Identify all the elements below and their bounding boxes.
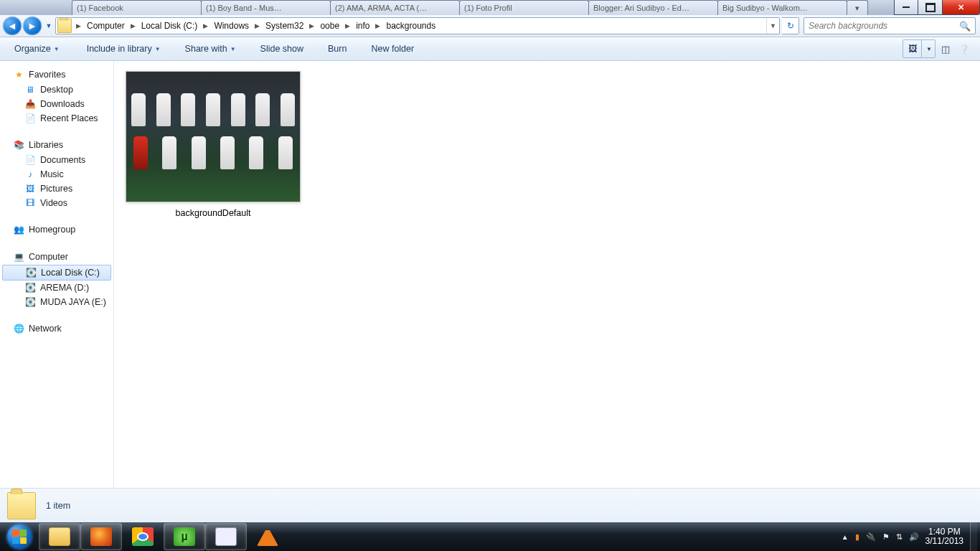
- firefox-icon: [90, 527, 112, 546]
- help-button[interactable]: ❔: [956, 40, 973, 57]
- start-button[interactable]: [0, 522, 39, 551]
- refresh-button[interactable]: ↻: [782, 17, 799, 34]
- taskbar-utorrent[interactable]: µ: [164, 523, 205, 550]
- item-count-label: 1 item: [46, 501, 70, 511]
- show-desktop-button[interactable]: [970, 522, 977, 551]
- clock-date: 3/11/2013: [925, 537, 963, 546]
- network-tray-icon[interactable]: ⇅: [896, 532, 903, 542]
- volume-icon[interactable]: 🔊: [909, 532, 919, 542]
- homegroup-icon: 👥: [13, 224, 24, 235]
- change-view-dropdown[interactable]: ▼: [923, 40, 935, 57]
- organize-button[interactable]: Organize▼: [7, 41, 67, 57]
- change-view-button[interactable]: 🖼: [905, 40, 922, 57]
- window-close-button[interactable]: [943, 0, 980, 15]
- sidebar-item-desktop[interactable]: 🖥Desktop: [0, 83, 113, 97]
- sidebar-item-videos[interactable]: 🎞Videos: [0, 196, 113, 210]
- file-name-label: backgroundDefault: [176, 208, 251, 218]
- taskbar-clock[interactable]: 1:40 PM 3/11/2013: [925, 527, 963, 546]
- sidebar-item-drive-e[interactable]: 💽MUDA JAYA (E:): [0, 295, 113, 309]
- browser-tab-overflow[interactable]: ▾: [847, 0, 868, 15]
- power-icon[interactable]: 🔌: [866, 532, 876, 542]
- address-dropdown[interactable]: ▼: [766, 18, 779, 34]
- computer-header[interactable]: 💻Computer: [0, 249, 113, 265]
- file-thumbnail: [126, 71, 301, 202]
- window-minimize-button[interactable]: [894, 0, 918, 15]
- sidebar-item-pictures[interactable]: 🖼Pictures: [0, 182, 113, 196]
- tray-overflow-button[interactable]: ▲: [842, 533, 849, 541]
- nav-forward-button[interactable]: ►: [23, 17, 42, 35]
- burn-button[interactable]: Burn: [321, 41, 354, 57]
- taskbar-chrome[interactable]: [122, 523, 164, 550]
- system-tray: ▲ ▮ 🔌 ⚑ ⇅ 🔊 1:40 PM 3/11/2013: [842, 522, 980, 551]
- explorer-navbar: ◄ ► ▼ ▶ Computer ▶ Local Disk (C:) ▶ Win…: [0, 15, 980, 37]
- navigation-pane: ★Favorites 🖥Desktop 📥Downloads 📄Recent P…: [0, 61, 114, 502]
- share-with-button[interactable]: Share with▼: [178, 41, 243, 57]
- search-icon[interactable]: 🔍: [959, 21, 971, 32]
- network-icon: 🌐: [13, 323, 24, 334]
- breadcrumb[interactable]: backgrounds: [382, 18, 440, 34]
- disk-icon: 💽: [24, 296, 36, 308]
- disk-icon: 💽: [24, 282, 36, 293]
- taskbar-explorer[interactable]: [39, 523, 80, 550]
- breadcrumb[interactable]: Local Disk (C:): [137, 18, 202, 34]
- vlc-icon: [257, 527, 278, 546]
- chevron-right-icon[interactable]: ▶: [344, 22, 352, 29]
- breadcrumb[interactable]: Windows: [209, 18, 253, 34]
- sidebar-item-documents[interactable]: 📄Documents: [0, 153, 113, 167]
- browser-tab[interactable]: Big Sudibyo - Walkom…: [717, 0, 847, 15]
- chevron-right-icon[interactable]: ▶: [202, 22, 209, 29]
- sidebar-item-downloads[interactable]: 📥Downloads: [0, 97, 113, 111]
- chevron-right-icon[interactable]: ▶: [374, 22, 382, 29]
- preview-pane-button[interactable]: ◫: [937, 40, 954, 57]
- documents-icon: 📄: [24, 154, 36, 166]
- sidebar-item-recent[interactable]: 📄Recent Places: [0, 111, 113, 126]
- taskbar-vlc[interactable]: [247, 523, 288, 550]
- chevron-right-icon[interactable]: ▶: [129, 22, 137, 29]
- search-box[interactable]: 🔍: [804, 17, 976, 34]
- action-center-icon[interactable]: ⚑: [882, 532, 890, 542]
- chrome-icon: [132, 527, 154, 546]
- chevron-right-icon[interactable]: ▶: [253, 22, 261, 29]
- breadcrumb[interactable]: info: [352, 18, 374, 34]
- nav-back-button[interactable]: ◄: [3, 17, 22, 35]
- videos-icon: 🎞: [24, 197, 36, 209]
- chevron-right-icon[interactable]: ▶: [75, 22, 83, 29]
- browser-tab[interactable]: (1) Facebook: [72, 0, 202, 15]
- breadcrumb[interactable]: System32: [261, 18, 308, 34]
- chevron-down-icon: ▼: [54, 46, 60, 52]
- utorrent-icon: µ: [174, 527, 195, 546]
- folder-icon: [57, 19, 72, 33]
- include-in-library-button[interactable]: Include in library▼: [80, 41, 168, 57]
- chevron-down-icon: ▼: [230, 46, 236, 52]
- sidebar-item-music[interactable]: ♪Music: [0, 167, 113, 182]
- homegroup-header[interactable]: 👥Homegroup: [0, 222, 113, 237]
- browser-tab[interactable]: Blogger: Ari Sudibyo - Ed…: [588, 0, 718, 15]
- favorites-header[interactable]: ★Favorites: [0, 67, 113, 83]
- nav-history-dropdown[interactable]: ▼: [44, 17, 53, 34]
- breadcrumb[interactable]: oobe: [316, 18, 344, 34]
- taskbar-notepad[interactable]: [205, 523, 247, 550]
- battery-icon[interactable]: ▮: [855, 532, 859, 542]
- taskbar-firefox[interactable]: [80, 523, 122, 550]
- computer-icon: 💻: [13, 251, 24, 263]
- downloads-icon: 📥: [24, 98, 36, 110]
- slideshow-button[interactable]: Slide show: [253, 41, 311, 57]
- music-icon: ♪: [24, 169, 36, 180]
- new-folder-button[interactable]: New folder: [364, 41, 421, 57]
- sidebar-item-local-disk-c[interactable]: 💽Local Disk (C:): [2, 265, 111, 281]
- libraries-header[interactable]: 📚Libraries: [0, 137, 113, 153]
- window-maximize-button[interactable]: [918, 0, 943, 15]
- browser-tab[interactable]: (1) Boy Band - Mus…: [201, 0, 331, 15]
- network-header[interactable]: 🌐Network: [0, 321, 113, 336]
- file-item[interactable]: backgroundDefault: [126, 71, 301, 218]
- browser-tab[interactable]: (2) AMA, ARMA, ACTA (…: [330, 0, 460, 15]
- disk-icon: 💽: [25, 267, 37, 278]
- file-list-pane[interactable]: backgroundDefault: [114, 61, 980, 502]
- sidebar-item-drive-d[interactable]: 💽AREMA (D:): [0, 281, 113, 295]
- breadcrumb[interactable]: Computer: [83, 18, 129, 34]
- folder-icon: [7, 492, 36, 519]
- address-bar[interactable]: ▶ Computer ▶ Local Disk (C:) ▶ Windows ▶…: [55, 17, 780, 34]
- search-input[interactable]: [809, 21, 959, 31]
- browser-tab[interactable]: (1) Foto Profil: [459, 0, 589, 15]
- chevron-right-icon[interactable]: ▶: [308, 22, 316, 29]
